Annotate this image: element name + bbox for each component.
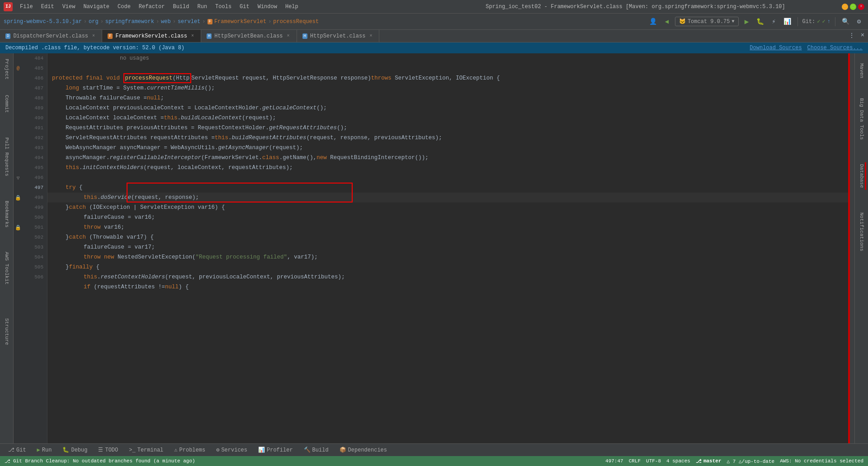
indent[interactable]: 4 spaces [666,458,690,464]
breadcrumb-springframework[interactable]: springframework [105,19,154,25]
structure-icon[interactable]: Structure [3,316,10,347]
minimize-button[interactable]: − [842,4,848,10]
settings-icon[interactable]: ⚙ [854,16,864,27]
menu-view[interactable]: View [59,3,79,11]
menu-code[interactable]: Code [114,3,134,11]
line-icon-498: 🔒 [14,193,23,202]
cursor-position[interactable]: 497:47 [605,458,623,464]
more-tabs-button[interactable]: ⋮ [846,30,857,41]
run-button[interactable]: ▶ [741,16,752,27]
breadcrumb-method[interactable]: processRequest [273,19,319,25]
tab-close-http-servlet[interactable]: × [368,33,373,39]
bottom-tab-dependencies[interactable]: 📦 Dependencies [335,446,392,454]
line-num-485: 485 [23,63,47,73]
back-icon[interactable]: ◀ [661,16,672,27]
coverage-button[interactable]: ⚡ [769,16,779,27]
menu-run[interactable]: Run [193,3,211,11]
line-icon-494 [14,153,23,163]
big-data-tools-panel[interactable]: Big Data Tools [858,96,865,141]
bottom-tab-run[interactable]: ▶ Run [33,446,57,454]
main-area: Project Commit Pull Requests Bookmarks A… [0,53,868,443]
vcs-icon[interactable]: 👤 [648,16,659,27]
encoding[interactable]: UTF-8 [646,458,661,464]
notifications-panel[interactable]: Notifications [858,211,865,253]
terminal-bottom-icon: >_ [129,447,135,453]
code-line-494: this . initContextHolders (request, loca… [47,163,850,173]
search-icon[interactable]: 🔍 [840,16,851,27]
commit-icon[interactable]: Commit [3,93,10,115]
menu-file[interactable]: File [16,3,37,11]
bottom-tab-terminal[interactable]: >_ Terminal [124,446,168,454]
database-panel[interactable]: Database [858,162,865,190]
bottom-tab-todo[interactable]: ☰ TODO [94,446,123,454]
tab-close-dispatcher[interactable]: × [91,33,96,39]
tab-http-servlet[interactable]: H HttpServlet.class × [297,30,380,42]
code-line-490: RequestAttributes previousAttributes = R… [47,123,850,133]
choose-sources-link[interactable]: Choose Sources... [807,45,863,51]
bottom-toolbar: ⎇ Git ▶ Run 🐛 Debug ☰ TODO >_ Terminal ⚠… [0,443,868,456]
bottom-tab-git[interactable]: ⎇ Git [4,446,31,454]
breadcrumb-web[interactable]: web [161,19,171,25]
menu-build[interactable]: Build [169,3,193,11]
breadcrumb: spring-webmvc-5.3.10.jar › org › springf… [4,19,645,25]
bottom-tab-profiler[interactable]: 📊 Profiler [254,446,297,454]
bottom-tab-problems[interactable]: ⚠ Problems [170,446,210,454]
menu-refactor[interactable]: Refactor [135,3,169,11]
breadcrumb-org[interactable]: org [89,19,99,25]
run-config-selector[interactable]: 🐱 Tomcat 9.0.75 ▼ [675,17,739,26]
dispatcher-servlet-icon: D [5,33,10,39]
vertical-scrollbar[interactable] [850,53,854,443]
download-sources-link[interactable]: Download Sources [750,45,802,51]
menu-navigate[interactable]: Navigate [80,3,113,11]
info-bar-actions: Download Sources Choose Sources... [750,45,863,51]
line-num-484: 484 [23,53,47,63]
gutter-icons: @ ▽ 🔒 🔒 [14,53,23,443]
bottom-tab-services[interactable]: ⚙ Services [212,446,252,454]
code-lines[interactable]: no usages protected final void processRe… [47,53,850,443]
debug-button[interactable]: 🐛 [755,16,766,27]
line-num-489: 489 [23,103,47,113]
code-line-504: } finally { [47,262,850,272]
aws-status[interactable]: AWS: No credentials selected [780,458,863,464]
line-num-505: 505 [23,262,47,272]
close-editor-button[interactable]: × [857,30,868,41]
warnings-count[interactable]: △ 7 △/up-to-date [726,458,774,464]
menu-tools[interactable]: Tools [212,3,235,11]
code-line-497: this . doService (request, response); [47,193,850,202]
tab-framework-servlet[interactable]: F FrameworkServlet.class × [102,30,201,42]
breadcrumb-jar[interactable]: spring-webmvc-5.3.10.jar [4,19,82,25]
menu-window[interactable]: Window [254,3,281,11]
tab-dispatcher-servlet[interactable]: D DispatcherServlet.class × [0,30,102,42]
tab-http-servlet-bean[interactable]: H HttpServletBean.class × [201,30,297,42]
bottom-tab-build[interactable]: 🔨 Build [299,446,333,454]
line-ending[interactable]: CRLF [629,458,641,464]
maximize-button[interactable]: □ [850,4,856,10]
profile-button[interactable]: 📊 [782,16,793,27]
project-icon[interactable]: Project [3,57,10,81]
bottom-tab-debug[interactable]: 🐛 Debug [58,446,92,454]
branch-name[interactable]: ⎇ master [696,458,722,464]
right-margin-indicator[interactable] [848,53,850,443]
code-line-500: throw var16; [47,222,850,232]
tab-close-framework[interactable]: × [190,33,195,39]
line-num-504: 504 [23,252,47,262]
no-usages-line: no usages [47,53,850,63]
todo-bottom-icon: ☰ [98,447,103,453]
aws-toolkit-icon[interactable]: AWS Toolkit [3,250,10,287]
pull-requests-icon[interactable]: Pull Requests [3,136,10,178]
maven-panel[interactable]: Maven [858,61,865,80]
right-sidebar: Maven Big Data Tools Database Notificati… [854,53,868,443]
toolbar: spring-webmvc-5.3.10.jar › org › springf… [0,14,868,30]
services-bottom-icon: ⚙ [216,447,219,453]
menu-edit[interactable]: Edit [38,3,58,11]
close-button[interactable]: × [858,4,864,10]
menu-git[interactable]: Git [236,3,253,11]
breadcrumb-class[interactable]: F FrameworkServlet [208,19,267,25]
tab-close-bean[interactable]: × [286,33,291,39]
code-line-487: Throwable failureCause = null ; [47,93,850,103]
menu-help[interactable]: Help [282,3,302,11]
http-servlet-bean-icon: H [207,33,212,39]
bookmarks-icon[interactable]: Bookmarks [3,199,10,229]
left-sidebar: Project Commit Pull Requests Bookmarks A… [0,53,14,443]
breadcrumb-servlet[interactable]: servlet [178,19,200,25]
